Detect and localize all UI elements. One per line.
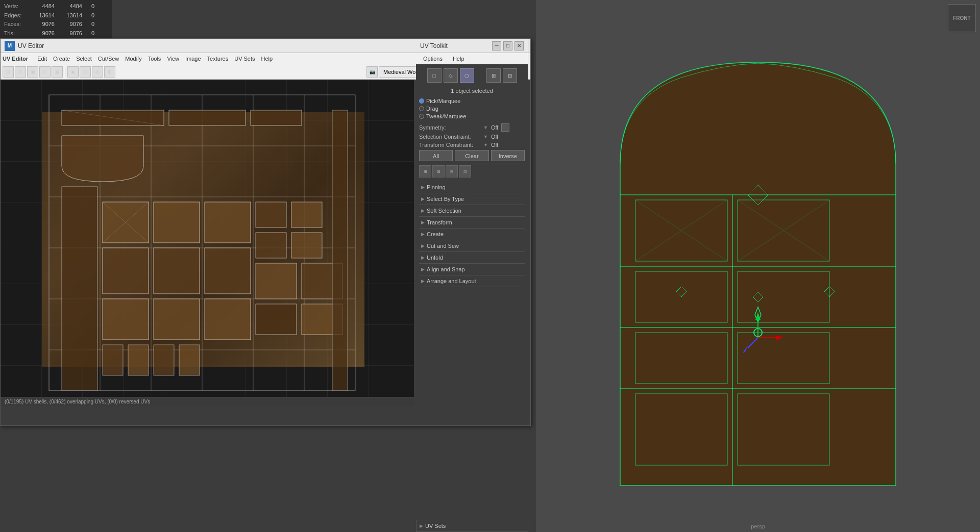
section-select-by-type-arrow: ▶ — [421, 196, 425, 201]
menu-uvsets[interactable]: UV Sets — [231, 53, 258, 64]
section-transform[interactable]: ▶ Transform — [419, 217, 525, 229]
svg-rect-68 — [154, 345, 174, 375]
tk-icon-grid2[interactable]: ⊟ — [503, 68, 517, 83]
section-unfold[interactable]: ▶ Unfold — [419, 252, 525, 264]
small-icon-3[interactable]: ⊟ — [446, 165, 458, 178]
inverse-button[interactable]: Inverse — [491, 150, 525, 161]
faces-val2: 9076 — [57, 20, 82, 29]
section-select-by-type[interactable]: ▶ Select By Type — [419, 193, 525, 205]
section-transform-title: Transform — [427, 219, 452, 225]
nav-cube-label: FRONT — [953, 15, 970, 21]
verts-val2: 4484 — [57, 2, 82, 11]
section-soft-selection[interactable]: ▶ Soft Selection — [419, 205, 525, 217]
small-icon-4[interactable]: ⊡ — [459, 165, 471, 178]
svg-rect-61 — [256, 263, 297, 299]
svg-rect-65 — [62, 187, 97, 391]
toolbar-btn-5[interactable]: ▦ — [52, 66, 63, 78]
svg-rect-47 — [205, 248, 251, 294]
radio-label-tweak: Tweak/Marquee — [426, 113, 466, 119]
section-align-and-snap-arrow: ▶ — [421, 267, 425, 272]
svg-rect-56 — [169, 110, 246, 125]
toolkit-menu-options[interactable]: Options — [420, 53, 446, 64]
svg-rect-53 — [256, 233, 286, 258]
uv-sets-header[interactable]: ▶ UV Sets — [416, 520, 528, 531]
toolbar-btn-9[interactable]: ⊞ — [104, 66, 115, 78]
menu-select[interactable]: Select — [73, 53, 95, 64]
radio-dot-tweak[interactable] — [419, 114, 424, 119]
menu-image[interactable]: Image — [182, 53, 204, 64]
menu-create[interactable]: Create — [50, 53, 73, 64]
radio-dot-pick[interactable] — [419, 98, 424, 104]
radio-tweak-marquee[interactable]: Tweak/Marquee — [419, 113, 525, 119]
toolbar-btn-6[interactable]: ◉ — [67, 66, 79, 78]
edges-label: Edges: — [4, 11, 27, 20]
toolkit-content: □ ◇ ⬡ ⊞ ⊟ 1 object selected Pick/Marquee… — [416, 64, 528, 291]
menu-cutsew[interactable]: Cut/Sew — [95, 53, 122, 64]
small-icon-1[interactable]: ⊞ — [419, 165, 431, 178]
faces-label: Faces: — [4, 20, 27, 29]
radio-drag[interactable]: Drag — [419, 106, 525, 112]
menu-edit[interactable]: Edit — [34, 53, 50, 64]
menu-help[interactable]: Help — [258, 53, 276, 64]
faces-stat: Faces: 9076 9076 0 — [4, 20, 108, 29]
uv-sets-arrow: ▶ — [420, 523, 423, 528]
section-align-and-snap[interactable]: ▶ Align and Snap — [419, 264, 525, 275]
toolkit-minimize-button[interactable]: ─ — [492, 41, 501, 50]
toolbar-btn-1[interactable]: ⊞ — [3, 66, 14, 78]
verts-val1: 4484 — [29, 2, 55, 11]
door-mesh-svg — [579, 37, 937, 496]
toolbar-btn-7[interactable]: ⊕ — [80, 66, 91, 78]
persp-label: persp — [751, 523, 765, 529]
radio-pick-marquee[interactable]: Pick/Marquee — [419, 98, 525, 104]
uv-toolkit-menubar: Options Help — [416, 53, 528, 64]
svg-rect-49 — [154, 299, 200, 340]
section-cut-and-sew[interactable]: ▶ Cut and Sew — [419, 240, 525, 252]
selection-constraint-label: Selection Constraint: — [419, 134, 480, 140]
section-arrange-and-layout[interactable]: ▶ Arrange and Layout — [419, 275, 525, 287]
svg-rect-51 — [256, 202, 286, 227]
clear-button[interactable]: Clear — [455, 150, 488, 161]
section-soft-selection-arrow: ▶ — [421, 208, 425, 213]
viewport-3d[interactable]: FRONT — [536, 0, 980, 532]
section-arrange-and-layout-title: Arrange and Layout — [427, 278, 476, 284]
uv-canvas-area[interactable]: (0/1195) UV shells, (0/462) overlapping … — [1, 80, 414, 406]
toolbar-btn-2[interactable]: ⊟ — [15, 66, 26, 78]
svg-rect-52 — [291, 202, 322, 227]
symmetry-row: Symmetry: ▼ Off — [419, 123, 525, 132]
menu-textures[interactable]: Textures — [204, 53, 232, 64]
radio-label-drag: Drag — [426, 106, 438, 112]
symmetry-label: Symmetry: — [419, 124, 480, 131]
radio-group: Pick/Marquee Drag Tweak/Marquee — [419, 98, 525, 119]
section-create[interactable]: ▶ Create — [419, 229, 525, 240]
toolbar-btn-8[interactable]: ◎ — [92, 66, 103, 78]
all-button[interactable]: All — [419, 150, 453, 161]
nav-cube[interactable]: FRONT — [948, 4, 976, 32]
verts-label: Verts: — [4, 2, 27, 11]
toolkit-menu-help[interactable]: Help — [450, 53, 468, 64]
tk-icon-square[interactable]: □ — [427, 68, 442, 83]
tk-icon-grid1[interactable]: ⊞ — [486, 68, 501, 83]
faces-val1: 9076 — [29, 20, 55, 29]
toolbar-camera-btn[interactable]: 📷 — [366, 66, 378, 78]
toolkit-maximize-button[interactable]: □ — [503, 41, 512, 50]
menu-tools[interactable]: Tools — [145, 53, 164, 64]
svg-rect-45 — [103, 248, 149, 294]
uv-toolkit-panel: UV Toolkit ─ □ ✕ Options Help □ ◇ ⬡ ⊞ ⊟ … — [416, 38, 528, 426]
transform-constraint-row: Transform Constraint: ▼ Off — [419, 142, 525, 148]
small-icon-2[interactable]: ⊠ — [432, 165, 445, 178]
symmetry-icon[interactable] — [501, 123, 509, 132]
tk-icon-diamond[interactable]: ◇ — [444, 68, 458, 83]
toolbar-btn-3[interactable]: ▣ — [27, 66, 38, 78]
radio-dot-drag[interactable] — [419, 106, 424, 111]
uv-mesh-svg — [1, 80, 414, 406]
section-pinning[interactable]: ▶ Pinning — [419, 182, 525, 193]
menu-modify[interactable]: Modify — [122, 53, 144, 64]
toolkit-close-button[interactable]: ✕ — [514, 41, 524, 50]
menu-view[interactable]: View — [164, 53, 182, 64]
tk-icon-cube[interactable]: ⬡ — [460, 68, 474, 83]
section-align-and-snap-title: Align and Snap — [427, 266, 465, 272]
transform-constraint-label: Transform Constraint: — [419, 142, 480, 148]
svg-rect-44 — [205, 202, 251, 243]
section-pinning-arrow: ▶ — [421, 185, 425, 190]
toolbar-btn-4[interactable]: ⊡ — [39, 66, 51, 78]
